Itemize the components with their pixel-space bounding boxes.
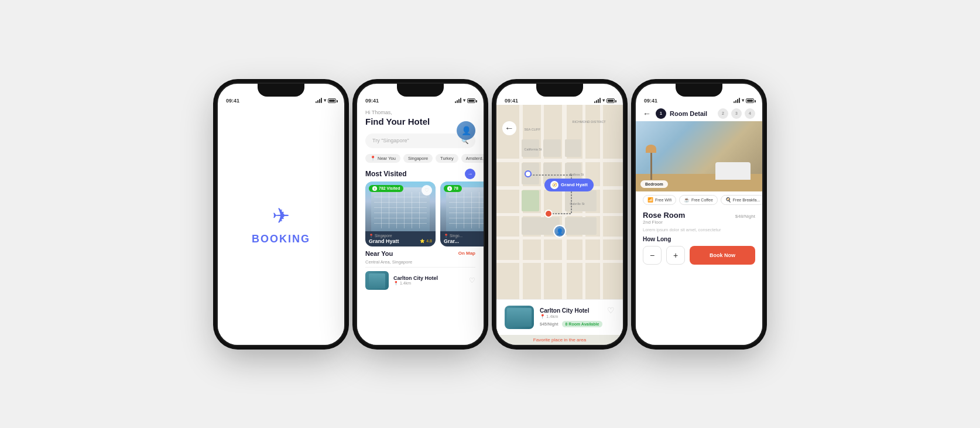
hotel-name-0: Grand Hyatt (369, 238, 399, 244)
near-hotel-item-0[interactable]: Carlton City Hotel 📍 1.4km ♡ (365, 267, 475, 293)
search-placeholder: Try "Singapore" (372, 138, 458, 143)
room-back-button[interactable]: ← (643, 109, 651, 118)
map-hotel-price: $45/Night (540, 321, 558, 327)
near-hotel-dist-0: 📍 1.4km (393, 281, 464, 286)
how-long-controls: − + Book Now (643, 246, 755, 265)
phone-map-wrapper: 09:41 ▾ ← (495, 83, 624, 346)
near-hotel-img-0 (365, 271, 389, 290)
chip-turkey[interactable]: Turkey (436, 154, 458, 163)
visit-badge-1: i 78 (444, 185, 462, 192)
map-label-1: RICHMOND DISTRICT (573, 120, 606, 124)
minus-button[interactable]: − (643, 246, 662, 265)
breakfast-amenity-label: Free Breakfa... (733, 198, 760, 202)
splash-screen-content: ✈ BOOKING (218, 105, 344, 345)
room-price: $48/Night (735, 211, 755, 220)
wifi-icon-splash: ▾ (324, 98, 326, 103)
booking-brand-text: BOOKING (252, 233, 310, 245)
hotel-greeting: Hi Thomas, (365, 109, 475, 115)
room-floor: 2nd Floor (643, 220, 755, 225)
time-hotel-list: 09:41 (365, 98, 379, 104)
hotel-card-info-1: 📍 Singo... Grar... (440, 231, 484, 246)
signal-room-detail (734, 98, 740, 103)
time-room-detail: 09:41 (644, 98, 657, 104)
wifi-amenity-label: Free Wifi (655, 198, 671, 202)
street-v-2 (541, 105, 544, 299)
battery-splash (328, 98, 336, 103)
map-area: RICHMOND DISTRICT California St Balboa S… (496, 105, 623, 299)
map-hotel-name: Carlton City Hotel (540, 307, 615, 314)
most-visited-arrow[interactable]: → (465, 169, 475, 179)
room-info-section: Rose Room $48/Night 2nd Floor Lorem ipsu… (636, 208, 762, 267)
notch-room-detail (676, 84, 722, 97)
map-label-2: California St (525, 148, 542, 151)
chip-amsterdam[interactable]: Amsterd... (461, 154, 484, 163)
near-hotel-name-0: Carlton City Hotel (393, 275, 464, 281)
phone-room-detail-wrapper: 09:41 ▾ ← 1 (635, 83, 763, 346)
hotel-card-1[interactable]: i 78 📍 Singo... Grar... (440, 182, 484, 246)
near-you-header: Near You On Map (365, 250, 475, 257)
room-detail-content: ← 1 Room Detail 2 3 4 (636, 105, 762, 345)
map-screen: ← (496, 105, 623, 345)
near-hotel-heart-0[interactable]: ♡ (469, 276, 475, 285)
street-h-6 (496, 260, 623, 263)
room-name: Rose Room (643, 211, 685, 220)
splash-logo: ✈ BOOKING (252, 204, 310, 245)
plane-icon: ✈ (272, 204, 290, 228)
heart-icon-0[interactable]: ♡ (422, 185, 432, 196)
room-description: Lorem ipsum dolor sit amet, consectetur (643, 227, 755, 232)
street-h-2 (496, 159, 623, 162)
map-background[interactable]: RICHMOND DISTRICT California St Balboa S… (496, 105, 623, 299)
on-map-btn[interactable]: On Map (458, 251, 475, 256)
step-3: 3 (731, 108, 742, 119)
battery-map (606, 98, 615, 103)
step-4: 4 (745, 108, 755, 119)
wifi-icon-map: ▾ (602, 98, 605, 103)
visit-badge-0: i 782 Visited (369, 185, 403, 192)
book-now-button[interactable]: Book Now (690, 246, 755, 265)
map-label-5: SEA CLIFF (525, 128, 541, 131)
most-visited-header: Most Visited → (357, 165, 484, 182)
hotel-card-0[interactable]: i 782 Visited ♡ 📍 Singapore (365, 182, 436, 246)
chip-near-you[interactable]: 📍 Near You (365, 154, 400, 163)
grand-hyatt-pin[interactable]: 🧭 Grand Hyatt (544, 179, 594, 191)
breakfast-amenity-icon: 🍳 (725, 197, 731, 203)
room-image: Bedroom (636, 121, 762, 191)
battery-hotel-list (467, 98, 475, 103)
visit-badge-icon-0: i (372, 186, 377, 191)
bar3 (319, 99, 320, 103)
location-pin-0: 📍 (369, 234, 374, 238)
map-block-2 (543, 139, 561, 157)
phone-splash-wrapper: 09:41 ▾ ✈ BOOKING (217, 83, 345, 346)
chip-singapore[interactable]: Singapore (403, 154, 433, 163)
status-icons-splash: ▾ (316, 98, 336, 103)
star-icon-0: ⭐ (420, 239, 425, 244)
step-indicators: 2 3 4 (718, 108, 755, 119)
status-icons-room-detail: ▾ (734, 98, 754, 103)
step-1: 1 (656, 108, 666, 119)
near-hotel-info-0: Carlton City Hotel 📍 1.4km (393, 275, 464, 286)
time-splash: 09:41 (226, 98, 239, 104)
battery-room-detail (746, 98, 754, 103)
plus-button[interactable]: + (666, 246, 685, 265)
status-icons-map: ▾ (594, 98, 615, 103)
coffee-amenity-icon: ☕ (684, 197, 690, 203)
map-rooms-badge: 8 Room Available (562, 321, 603, 327)
map-block-3 (565, 139, 581, 157)
amenity-breakfast: 🍳 Free Breakfa... (721, 195, 762, 205)
map-hotel-info: Carlton City Hotel 📍 1.4km $45/Night 8 R… (540, 307, 615, 327)
wifi-icon-hotel-list: ▾ (463, 98, 465, 103)
map-back-button[interactable]: ← (502, 121, 516, 135)
visit-count-1: 78 (454, 186, 458, 190)
phone-hotel-list-wrapper: 09:41 ▾ Hi Thomas, Find Your (356, 83, 485, 346)
route-h1 (527, 174, 571, 176)
route-start-dot (525, 170, 532, 177)
hotel-building-1 (446, 187, 484, 231)
map-heart-icon[interactable]: ♡ (607, 306, 615, 315)
signal-map (594, 98, 601, 103)
hotel-location-1: 📍 Singo... (444, 234, 484, 238)
map-favorite-text: Favorite place in the area (496, 335, 623, 345)
coffee-amenity-label: Free Coffee (691, 198, 713, 202)
filter-chips: 📍 Near You Singapore Turkey Amsterd... (357, 152, 484, 165)
hotel-card-img-0: i 782 Visited ♡ (365, 182, 436, 231)
chip-singapore-label: Singapore (408, 156, 428, 161)
